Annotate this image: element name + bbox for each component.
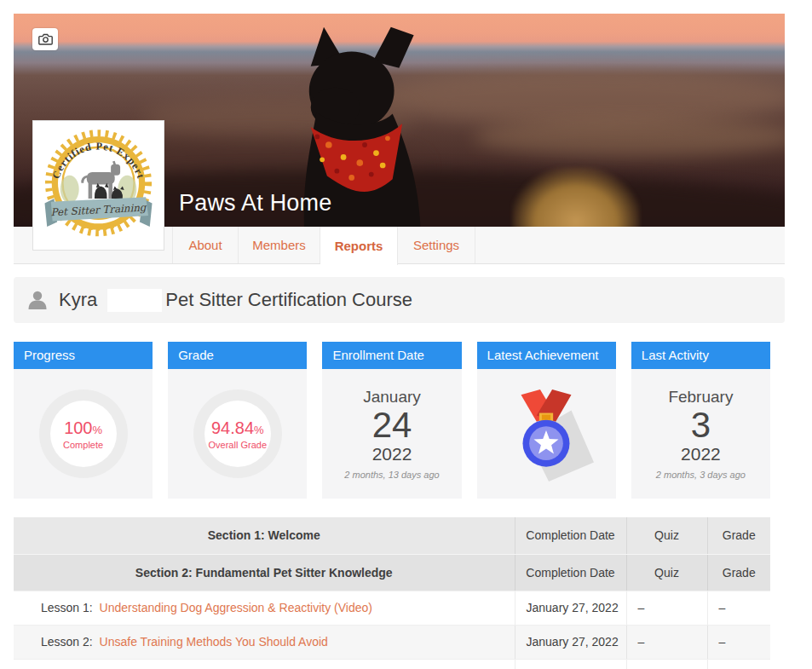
card-achievement-header: Latest Achievement — [477, 342, 616, 369]
progress-value: 100 — [64, 418, 92, 437]
grade-value: 94.84 — [211, 418, 254, 437]
enrollment-year: 2022 — [372, 444, 412, 464]
lesson-completion-date: January 27, 2022 — [515, 625, 626, 659]
person-icon — [26, 289, 49, 311]
grade-donut: 94.84% Overall Grade — [193, 389, 282, 478]
lesson-quiz-value: – — [626, 591, 707, 625]
grass-tuft — [512, 167, 640, 227]
stat-cards: Progress 100% Complete Grade 94.84% Over… — [14, 342, 770, 499]
completion-date-header: Completion Date — [515, 517, 626, 554]
card-grade-header: Grade — [168, 342, 307, 369]
report-user-header: Kyra Pet Sitter Certification Course — [14, 277, 785, 323]
canyon-ridge — [474, 118, 785, 157]
student-name: Kyra — [59, 289, 97, 311]
progress-donut: 100% Complete — [39, 389, 128, 478]
section-header-row: Section 2: Fundamental Pet Sitter Knowle… — [14, 554, 770, 591]
section-title: Section 2: Fundamental Pet Sitter Knowle… — [14, 554, 515, 591]
progress-unit: % — [93, 424, 103, 436]
tab-settings[interactable]: Settings — [398, 227, 475, 263]
card-latest-achievement: Latest Achievement — [477, 342, 616, 499]
lesson-link[interactable]: Unsafe Training Methods You Should Avoid — [100, 635, 328, 649]
medal-icon — [498, 386, 594, 482]
section-title: Section 1: Welcome — [14, 517, 515, 554]
camera-icon — [38, 33, 53, 45]
last-activity-day: 3 — [691, 407, 711, 444]
lesson-quiz-value: – — [626, 625, 707, 659]
enrollment-day: 24 — [372, 407, 412, 444]
lesson-prefix: Lesson 1: — [41, 601, 93, 614]
lesson-row-partial — [14, 659, 770, 669]
grade-header: Grade — [707, 554, 770, 591]
lesson-grade-value: – — [707, 625, 770, 659]
page-content: Paws At Home — [14, 14, 785, 669]
group-title: Paws At Home — [179, 190, 331, 216]
card-enrollment-header: Enrollment Date — [322, 342, 461, 369]
change-cover-photo-button[interactable] — [32, 28, 58, 50]
grade-label: Overall Grade — [209, 440, 267, 450]
lesson-grade-value: – — [707, 591, 770, 625]
grade-header: Grade — [707, 517, 770, 554]
grade-unit: % — [254, 424, 264, 436]
lesson-prefix: Lesson 2: — [41, 635, 93, 649]
tab-about[interactable]: About — [173, 227, 239, 263]
card-enrollment-date: Enrollment Date January 24 2022 2 months… — [322, 342, 461, 499]
card-last-activity-header: Last Activity — [631, 342, 770, 369]
completion-date-header: Completion Date — [515, 554, 626, 591]
lesson-completion-date: January 27, 2022 — [515, 591, 626, 625]
group-avatar: Certified Pet Expert Pet Sitter Training — [32, 120, 164, 251]
card-progress: Progress 100% Complete — [14, 342, 153, 499]
last-activity-year: 2022 — [681, 444, 721, 464]
section-header-row: Section 1: Welcome Completion Date Quiz … — [14, 517, 770, 554]
last-activity-month: February — [668, 388, 733, 407]
last-activity-ago: 2 months, 3 days ago — [656, 470, 746, 480]
lesson-row: Lesson 1: Understanding Dog Aggression &… — [14, 591, 770, 625]
quiz-header: Quiz — [626, 517, 707, 554]
card-grade: Grade 94.84% Overall Grade — [168, 342, 307, 499]
enrollment-month: January — [363, 388, 421, 407]
card-progress-header: Progress — [14, 342, 153, 369]
lesson-row: Lesson 2: Unsafe Training Methods You Sh… — [14, 625, 770, 659]
course-name: Pet Sitter Certification Course — [165, 289, 412, 311]
quiz-header: Quiz — [626, 554, 707, 591]
course-report-table: Section 1: Welcome Completion Date Quiz … — [14, 517, 770, 669]
tab-members[interactable]: Members — [239, 227, 320, 263]
lesson-link[interactable]: Understanding Dog Aggression & Reactivit… — [100, 601, 372, 614]
tab-reports[interactable]: Reports — [320, 227, 398, 265]
enrollment-ago: 2 months, 13 days ago — [344, 470, 439, 480]
card-last-activity: Last Activity February 3 2022 2 months, … — [631, 342, 770, 499]
pet-sitter-training-badge-logo: Certified Pet Expert Pet Sitter Training — [40, 127, 157, 244]
progress-label: Complete — [63, 440, 103, 450]
redacted-surname — [107, 289, 162, 312]
